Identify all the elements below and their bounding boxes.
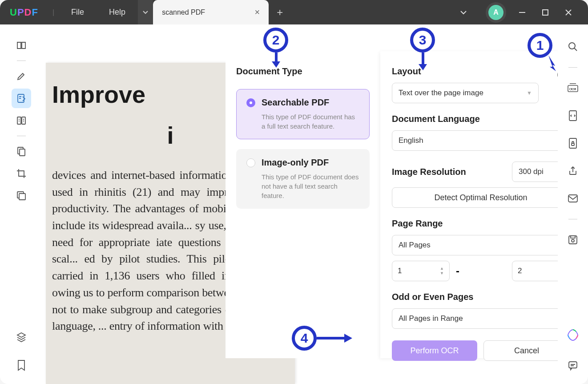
page-range-select[interactable]: All Pages▼ bbox=[392, 235, 558, 255]
layers-icon[interactable] bbox=[12, 327, 31, 347]
save-icon[interactable] bbox=[563, 230, 583, 250]
document-type-panel: Document Type Searchable PDF This type o… bbox=[226, 51, 380, 358]
page-range-label: Page Range bbox=[392, 218, 558, 229]
protect-icon[interactable] bbox=[563, 133, 583, 153]
svg-rect-0 bbox=[519, 12, 525, 13]
add-tab-button[interactable]: + bbox=[277, 6, 283, 19]
annotation-1-arrow bbox=[546, 55, 560, 75]
svg-rect-4 bbox=[22, 117, 25, 124]
minimize-button[interactable] bbox=[511, 2, 533, 23]
annotation-2-arrow bbox=[272, 53, 281, 70]
range-dash: - bbox=[456, 265, 459, 277]
annotation-4: 4 bbox=[292, 326, 317, 351]
odd-even-label: Odd or Even Pages bbox=[392, 292, 558, 302]
user-avatar[interactable]: A bbox=[486, 2, 506, 23]
tab-close-icon[interactable]: × bbox=[254, 7, 260, 17]
svg-rect-15 bbox=[572, 143, 574, 146]
page-from-input[interactable]: 1 ▲▼ bbox=[392, 261, 450, 281]
svg-rect-1 bbox=[543, 10, 548, 15]
convert-icon[interactable] bbox=[563, 106, 583, 125]
radio-selected-icon bbox=[246, 98, 255, 107]
menu-help[interactable]: Help bbox=[97, 8, 138, 17]
annotation-1: 1 bbox=[528, 33, 552, 58]
reader-icon[interactable] bbox=[12, 36, 31, 55]
svg-point-10 bbox=[569, 43, 575, 49]
gear-icon[interactable] bbox=[556, 86, 558, 100]
batch-icon[interactable] bbox=[12, 186, 31, 206]
svg-point-18 bbox=[572, 239, 574, 242]
svg-rect-6 bbox=[20, 149, 25, 156]
image-only-pdf-option[interactable]: Image-only PDF This type of PDF document… bbox=[236, 149, 370, 209]
window-dropdown[interactable] bbox=[453, 2, 474, 23]
svg-rect-20 bbox=[569, 362, 577, 368]
searchable-pdf-option[interactable]: Searchable PDF This type of PDF document… bbox=[236, 89, 370, 139]
svg-rect-3 bbox=[17, 117, 21, 124]
imageonly-desc: This type of PDF document does not have … bbox=[262, 172, 359, 200]
maximize-button[interactable] bbox=[535, 2, 556, 23]
share-icon[interactable] bbox=[563, 161, 583, 181]
bookmark-icon[interactable] bbox=[12, 356, 31, 375]
separator: | bbox=[52, 8, 54, 16]
svg-rect-17 bbox=[569, 236, 577, 244]
layout-select[interactable]: Text over the page image▼ bbox=[392, 83, 539, 103]
language-select[interactable]: English▼ bbox=[392, 130, 558, 151]
page-to-input[interactable]: 2 ▲▼ bbox=[512, 261, 558, 281]
titlebar: UPDF | File Help scanned PDF × + A bbox=[0, 0, 588, 24]
language-label: Document Language bbox=[392, 114, 558, 124]
radio-empty-icon bbox=[246, 158, 255, 167]
svg-rect-19 bbox=[571, 236, 575, 238]
svg-rect-16 bbox=[568, 195, 577, 202]
annotation-3-arrow bbox=[419, 53, 427, 73]
layout-label: Layout bbox=[392, 66, 421, 77]
svg-rect-8 bbox=[19, 194, 25, 200]
crop-icon[interactable] bbox=[12, 164, 31, 183]
left-toolbar bbox=[0, 24, 42, 384]
detect-resolution-button[interactable]: Detect Optimal Resolution bbox=[392, 187, 558, 208]
annotation-3: 3 bbox=[410, 28, 435, 53]
resolution-select[interactable]: 300 dpi▼ bbox=[512, 162, 558, 182]
compare-icon[interactable] bbox=[12, 111, 31, 130]
svg-text:OCR: OCR bbox=[569, 88, 576, 91]
close-button[interactable] bbox=[558, 2, 579, 23]
ai-icon[interactable] bbox=[563, 325, 583, 345]
search-icon[interactable] bbox=[563, 37, 583, 57]
app-logo: UPDF bbox=[10, 7, 38, 18]
highlighter-icon[interactable] bbox=[12, 66, 31, 86]
searchable-desc: This type of PDF document has a full tex… bbox=[262, 112, 359, 131]
ocr-icon[interactable]: OCR bbox=[563, 78, 583, 98]
tab-title: scanned PDF bbox=[162, 8, 205, 16]
annotation-4-arrow bbox=[317, 334, 353, 344]
menu-file[interactable]: File bbox=[59, 8, 97, 17]
organize-icon[interactable] bbox=[12, 141, 31, 161]
tab-dropdown[interactable] bbox=[138, 0, 153, 24]
searchable-title: Searchable PDF bbox=[262, 97, 329, 108]
perform-ocr-button[interactable]: Perform OCR bbox=[392, 340, 477, 361]
tab-active[interactable]: scanned PDF × bbox=[153, 0, 269, 24]
imageonly-title: Image-only PDF bbox=[262, 158, 329, 168]
resolution-label: Image Resolution bbox=[392, 167, 466, 177]
comment-icon[interactable] bbox=[563, 356, 583, 375]
cancel-button[interactable]: Cancel bbox=[483, 340, 558, 361]
ocr-settings-panel: Layout ? Text over the page image▼ Docum… bbox=[380, 51, 558, 358]
document-type-heading: Document Type bbox=[236, 66, 370, 77]
odd-even-select[interactable]: All Pages in Range▼ bbox=[392, 308, 558, 329]
edit-icon[interactable] bbox=[12, 89, 31, 108]
email-icon[interactable] bbox=[563, 189, 583, 208]
right-toolbar: OCR bbox=[558, 24, 588, 384]
annotation-2: 2 bbox=[263, 28, 288, 53]
